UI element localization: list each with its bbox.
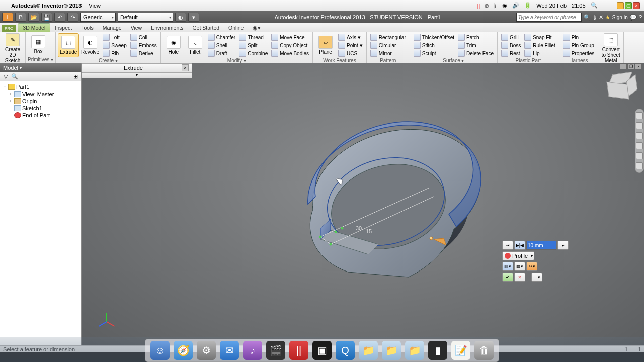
thicken-button[interactable]: Thicken/Offset (412, 33, 456, 41)
view-cube[interactable] (607, 72, 635, 100)
tab-3dmodel[interactable]: 3D Model (18, 23, 50, 32)
dock-fcp-icon[interactable]: 🎬 (266, 341, 285, 360)
point-button[interactable]: Point ▾ (337, 41, 364, 49)
extrude-panel-toggle[interactable]: ▼ (82, 72, 192, 78)
sweep-button[interactable]: Sweep (101, 41, 128, 49)
tab-manage[interactable]: Manage (98, 24, 126, 32)
create-2d-sketch-button[interactable]: ✎Create 2D Sketch (2, 33, 23, 63)
md-distance-icon[interactable]: ⇥ (502, 241, 513, 250)
rulefillet-button[interactable]: Rule Fillet (523, 41, 556, 49)
split-button[interactable]: Split (237, 41, 269, 49)
save-icon[interactable]: 💾 (41, 13, 52, 22)
search-box[interactable] (516, 13, 582, 22)
qat-more-icon[interactable]: ▾ (188, 13, 199, 22)
tab-addins[interactable]: ◉▾ (248, 24, 265, 32)
wifi-icon[interactable]: ◉ (502, 2, 507, 9)
rest-button[interactable]: Rest (500, 49, 522, 57)
pin-button[interactable]: Pin (561, 33, 596, 41)
md-cancel-button[interactable]: ✕ (514, 273, 525, 282)
dock-folder2-icon[interactable]: 📁 (382, 341, 401, 360)
tree-view[interactable]: +View: Master (1, 90, 80, 98)
panel-primitives[interactable]: Primitives (28, 56, 53, 63)
appearance-dropdown[interactable]: Default (118, 13, 173, 22)
dock-folder1-icon[interactable]: 📁 (359, 341, 378, 360)
dock-app1-icon[interactable]: ▣ (312, 341, 332, 360)
dock-itunes-icon[interactable]: ♪ (243, 341, 262, 360)
filter-icon[interactable]: ▽ (2, 73, 9, 80)
extrude-button[interactable]: ⬚Extrude (58, 33, 79, 57)
emboss-button[interactable]: Emboss (129, 41, 158, 49)
tree-sketch[interactable]: Sketch1 (1, 105, 80, 112)
signin-link[interactable]: Sign In (612, 15, 628, 20)
find-icon[interactable]: 🔍 (11, 73, 18, 80)
tree-origin[interactable]: +Origin (1, 98, 80, 105)
stitch-button[interactable]: Stitch (412, 41, 456, 49)
md-ok-button[interactable]: ✔ (502, 273, 513, 282)
material-dropdown[interactable]: Generic (80, 13, 116, 22)
dim-15[interactable]: 15 (366, 228, 372, 234)
md-profile-selector[interactable]: Profile (502, 251, 534, 260)
lip-button[interactable]: Lip (523, 49, 556, 57)
mirror-button[interactable]: Mirror (369, 49, 408, 57)
battery-icon[interactable]: 🔋 (524, 2, 531, 9)
spotlight-icon[interactable]: 🔍 (591, 2, 598, 9)
dock-settings-icon[interactable]: ⚙ (197, 341, 216, 360)
tree-end[interactable]: End of Part (1, 112, 80, 119)
bluetooth-icon[interactable]: ᛒ (494, 3, 497, 9)
doc-min-button[interactable]: – (620, 63, 627, 69)
dock-terminal-icon[interactable]: ▮ (428, 341, 447, 360)
plane-button[interactable]: ▱Plane (315, 33, 336, 57)
circular-button[interactable]: Circular (369, 41, 408, 49)
hole-button[interactable]: ◉Hole (163, 33, 184, 57)
tab-tools[interactable]: Tools (76, 24, 98, 32)
axis-button[interactable]: Axis ▾ (337, 33, 364, 41)
tab-view[interactable]: View (126, 24, 147, 32)
grill-button[interactable]: Grill (500, 33, 522, 41)
app-icon[interactable]: I (2, 13, 13, 22)
tree-part[interactable]: −Part1 (1, 83, 80, 90)
pingroup-button[interactable]: Pin Group (561, 41, 596, 49)
subscription-icon[interactable]: ⚷ (593, 14, 597, 21)
browser-header[interactable]: Model (0, 63, 81, 72)
maximize-button[interactable]: ▢ (625, 2, 632, 9)
snapfit-button[interactable]: Snap Fit (523, 33, 556, 41)
loft-button[interactable]: Loft (101, 33, 128, 41)
close-button[interactable]: × (633, 2, 640, 9)
nav-fullnav-icon[interactable] (636, 122, 643, 129)
deleteface-button[interactable]: Delete Face (456, 49, 495, 57)
combine-button[interactable]: Combine (237, 49, 269, 57)
nav-home-icon[interactable] (636, 112, 643, 119)
appearance-icon[interactable]: ◐ (175, 13, 186, 22)
dock-mail-icon[interactable]: ✉ (220, 341, 239, 360)
ucs-button[interactable]: UCS (337, 49, 364, 57)
dock-safari-icon[interactable]: 🧭 (174, 341, 193, 360)
copyobject-button[interactable]: Copy Object (270, 41, 310, 49)
shell-button[interactable]: Shell (206, 41, 237, 49)
boss-button[interactable]: Boss (500, 41, 522, 49)
coil-button[interactable]: Coil (129, 33, 158, 41)
properties-button[interactable]: Properties (561, 49, 596, 57)
help-icon[interactable]: ? (639, 14, 642, 20)
movebodies-button[interactable]: Move Bodies (270, 49, 310, 57)
dock-notes-icon[interactable]: 📝 (451, 341, 470, 360)
viewport[interactable]: – ❐ × 30 15 (82, 63, 644, 347)
search-icon[interactable]: 🔍 (584, 14, 591, 21)
rib-button[interactable]: Rib (101, 49, 128, 57)
moveface-button[interactable]: Move Face (270, 33, 310, 41)
search-input[interactable] (517, 13, 581, 21)
volume-icon[interactable]: 🔊 (512, 2, 519, 9)
open-icon[interactable]: 📂 (28, 13, 39, 22)
draft-button[interactable]: Draft (206, 49, 237, 57)
favorite-icon[interactable]: ★ (605, 14, 610, 21)
rectangular-button[interactable]: Rectangular (369, 33, 408, 41)
dock-finder-icon[interactable]: ☺ (150, 341, 170, 360)
md-distance-input[interactable] (526, 241, 556, 250)
md-output-solid[interactable]: ▥▾ (502, 262, 513, 271)
dock-trash-icon[interactable]: 🗑 (474, 341, 494, 360)
patch-button[interactable]: Patch (456, 33, 495, 41)
md-cut-button[interactable]: ✂▾ (526, 262, 537, 271)
fillet-button[interactable]: ◟Fillet (185, 33, 206, 57)
tab-getstarted[interactable]: Get Started (188, 24, 224, 32)
chamfer-button[interactable]: Chamfer (206, 33, 237, 41)
doc-restore-button[interactable]: ❐ (627, 63, 634, 69)
